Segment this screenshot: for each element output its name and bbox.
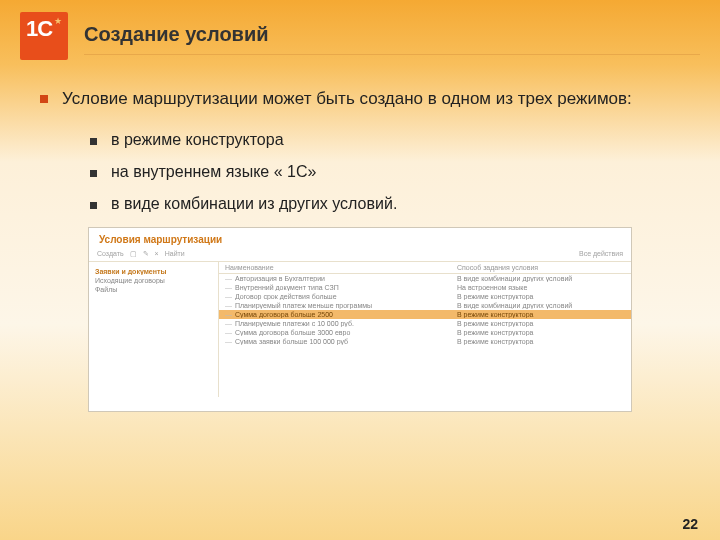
sub-list: в режиме конструктора на внутреннем язык… [90, 131, 680, 213]
table-row[interactable]: —Авторизация в БухгалтерииВ виде комбина… [219, 274, 631, 283]
list-item: в виде комбинации из других условий. [90, 195, 680, 213]
logo-text: 1C [26, 16, 52, 42]
page-title: Создание условий [84, 23, 700, 46]
list-item-label: на внутреннем языке « 1С» [111, 163, 316, 181]
intro-block: Условие маршрутизации может быть создано… [40, 88, 680, 111]
panel-title: Условия маршрутизации [89, 228, 631, 247]
table-row[interactable]: —Договор срок действия большеВ режиме ко… [219, 292, 631, 301]
logo-star-icon: ★ [54, 16, 62, 26]
toolbar-icon[interactable]: × [155, 250, 159, 257]
right-panel: Наименование Способ задания условия —Авт… [219, 262, 631, 397]
all-actions-button[interactable]: Все действия [579, 250, 623, 257]
list-item-label: в виде комбинации из других условий. [111, 195, 397, 213]
toolbar-icon[interactable]: ▢ [130, 250, 137, 258]
col-header: Наименование [225, 264, 457, 271]
intro-text: Условие маршрутизации может быть создано… [62, 88, 632, 111]
col-header: Способ задания условия [457, 264, 625, 271]
table-row[interactable]: —Планируемые платежи с 10 000 руб.В режи… [219, 319, 631, 328]
toolbar: Создать ▢ ✎ × Найти Все действия [89, 247, 631, 262]
table-row[interactable]: —Сумма заявки больше 100 000 рубВ режиме… [219, 337, 631, 346]
page-number: 22 [682, 516, 698, 532]
table-row[interactable]: —Сумма договора больше 2500В режиме конс… [219, 310, 631, 319]
toolbar-icon[interactable]: ✎ [143, 250, 149, 258]
left-panel: Заявки и документы Исходящие договоры Фа… [89, 262, 219, 397]
find-button[interactable]: Найти [165, 250, 185, 257]
bullet-icon [90, 202, 97, 209]
create-button[interactable]: Создать [97, 250, 124, 257]
table-header: Наименование Способ задания условия [219, 262, 631, 274]
bullet-icon [90, 170, 97, 177]
bullet-icon [40, 95, 48, 103]
bullet-icon [90, 138, 97, 145]
embedded-screenshot: Условия маршрутизации Создать ▢ ✎ × Найт… [88, 227, 632, 412]
list-item: на внутреннем языке « 1С» [90, 163, 680, 181]
list-item: в режиме конструктора [90, 131, 680, 149]
title-bar: Создание условий [84, 23, 700, 55]
table-row[interactable]: —Сумма договора больше 3000 евроВ режиме… [219, 328, 631, 337]
table-row[interactable]: —Внутренний документ типа СЗПНа встроенн… [219, 283, 631, 292]
category-item[interactable]: Заявки и документы [95, 268, 212, 275]
list-item-label: в режиме конструктора [111, 131, 284, 149]
category-item[interactable]: Файлы [95, 286, 212, 293]
logo: 1C ★ [20, 12, 68, 60]
category-item[interactable]: Исходящие договоры [95, 277, 212, 284]
table-row[interactable]: —Планируемый платеж меньше программыВ ви… [219, 301, 631, 310]
